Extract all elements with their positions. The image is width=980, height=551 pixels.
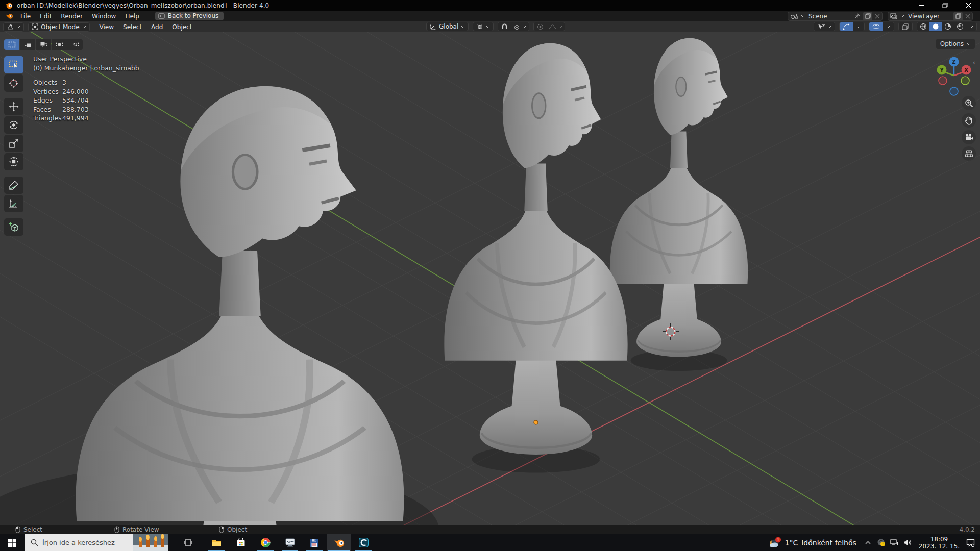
start-button[interactable] bbox=[0, 534, 24, 551]
taskbar-app-blender[interactable] bbox=[327, 534, 351, 551]
show-object-types-dropdown[interactable] bbox=[814, 22, 835, 31]
mode-dropdown[interactable]: Object Mode bbox=[28, 22, 90, 32]
remove-viewlayer-icon[interactable] bbox=[965, 14, 970, 19]
falloff-dropdown[interactable] bbox=[546, 22, 565, 31]
pan-view-button[interactable] bbox=[962, 113, 976, 128]
taskbar-weather[interactable]: 1 1°C Időnként felhős bbox=[763, 537, 862, 549]
close-button[interactable] bbox=[957, 0, 980, 11]
camera-view-button[interactable] bbox=[962, 130, 976, 144]
select-mode-intersect[interactable] bbox=[67, 39, 83, 50]
menu-bar: File Edit Render Window Help Back to Pre… bbox=[0, 11, 980, 21]
tool-cursor[interactable] bbox=[4, 74, 23, 92]
select-mode-set[interactable] bbox=[4, 39, 19, 50]
tray-network-icon[interactable] bbox=[888, 534, 901, 551]
taskbar-search-box[interactable] bbox=[24, 534, 168, 551]
menu-render[interactable]: Render bbox=[56, 12, 87, 21]
tool-scale[interactable] bbox=[4, 135, 23, 152]
taskbar-app-floppy[interactable] bbox=[302, 534, 327, 551]
tray-show-hidden-icons[interactable] bbox=[862, 534, 875, 551]
teal-c-app-icon bbox=[359, 538, 369, 547]
new-viewlayer-button[interactable] bbox=[953, 12, 963, 20]
minimize-button[interactable] bbox=[910, 0, 933, 11]
shading-solid-button[interactable] bbox=[929, 22, 942, 31]
tool-measure[interactable] bbox=[4, 195, 23, 212]
menu-select[interactable]: Select bbox=[118, 22, 146, 32]
perspective-toggle-button[interactable] bbox=[962, 146, 976, 161]
ortho-grid-icon bbox=[965, 150, 973, 157]
taskbar-app-microsoft-store[interactable] bbox=[229, 534, 253, 551]
gizmo-axis-y-neg[interactable] bbox=[961, 77, 969, 85]
clock-time: 18:09 bbox=[919, 536, 960, 543]
new-scene-button[interactable] bbox=[863, 12, 872, 20]
chevron-down-icon bbox=[967, 43, 971, 45]
proportional-edit-icon bbox=[537, 23, 544, 30]
task-view-button[interactable] bbox=[176, 534, 200, 551]
show-gizmo-toggle[interactable] bbox=[840, 22, 853, 31]
menu-help[interactable]: Help bbox=[120, 12, 143, 21]
scene-selector[interactable]: Scene bbox=[788, 12, 883, 21]
show-overlays-toggle[interactable] bbox=[869, 22, 883, 31]
clock-date: 2023. 12. 15. bbox=[919, 543, 960, 550]
viewport-3d[interactable]: User Perspective (0) Munkahenger | orban… bbox=[0, 32, 980, 525]
middle-mouse-icon bbox=[114, 526, 119, 533]
back-to-previous-button[interactable]: Back to Previous bbox=[155, 12, 224, 20]
shading-material-button[interactable] bbox=[942, 22, 954, 31]
snap-toggle[interactable] bbox=[498, 22, 510, 31]
menu-object[interactable]: Object bbox=[167, 22, 197, 32]
bust-middle[interactable] bbox=[444, 43, 627, 473]
select-mode-subtract[interactable] bbox=[36, 39, 51, 50]
navigation-gizmo[interactable]: Z Y X bbox=[936, 54, 973, 100]
taskbar-app-chrome[interactable] bbox=[253, 534, 278, 551]
search-input[interactable] bbox=[42, 539, 124, 546]
overlays-dropdown[interactable] bbox=[883, 22, 894, 31]
search-daily-image[interactable] bbox=[133, 534, 168, 551]
viewlayer-selector[interactable]: ViewLayer bbox=[888, 12, 973, 21]
tool-annotate[interactable] bbox=[4, 177, 23, 194]
pivot-point-dropdown[interactable] bbox=[473, 22, 494, 31]
menu-add[interactable]: Add bbox=[146, 22, 167, 32]
options-button[interactable]: Options bbox=[936, 39, 975, 49]
snap-target-dropdown[interactable] bbox=[510, 22, 529, 31]
gizmo-axis-z-neg[interactable] bbox=[950, 87, 958, 95]
tool-move[interactable] bbox=[4, 98, 23, 115]
blender-app-menu-icon[interactable] bbox=[5, 13, 14, 19]
menu-view[interactable]: View bbox=[95, 22, 118, 32]
gizmo-axis-x-neg[interactable] bbox=[939, 77, 947, 85]
scene-icon bbox=[790, 13, 798, 19]
menu-edit[interactable]: Edit bbox=[35, 12, 56, 21]
shading-dropdown[interactable] bbox=[966, 22, 976, 31]
transform-orientation-dropdown[interactable]: Global bbox=[426, 22, 469, 31]
bust-left[interactable] bbox=[76, 86, 404, 525]
tray-alert-icon[interactable]: ! bbox=[875, 534, 888, 551]
menu-file[interactable]: File bbox=[16, 12, 35, 21]
pin-icon[interactable] bbox=[854, 13, 861, 19]
select-mode-extend[interactable] bbox=[20, 39, 35, 50]
tool-add-cube[interactable] bbox=[4, 218, 23, 236]
hint-rotate-view: Rotate View bbox=[114, 525, 159, 534]
taskbar-app-file-explorer[interactable] bbox=[204, 534, 229, 551]
menu-window[interactable]: Window bbox=[87, 12, 120, 21]
zoom-view-button[interactable] bbox=[962, 96, 976, 110]
tool-transform[interactable] bbox=[4, 153, 23, 170]
gizmo-z-label: Z bbox=[952, 59, 955, 65]
hint-select: Select bbox=[15, 525, 42, 534]
restore-button[interactable] bbox=[933, 0, 957, 11]
microsoft-store-icon bbox=[236, 538, 246, 547]
shading-wireframe-button[interactable] bbox=[917, 22, 929, 31]
unlink-scene-icon[interactable] bbox=[875, 14, 880, 19]
object-visibility-group bbox=[814, 22, 835, 31]
collapse-sidebar-arrow[interactable]: ‹ bbox=[973, 59, 975, 66]
taskbar-app-teal-c[interactable] bbox=[351, 534, 376, 551]
select-mode-invert[interactable] bbox=[52, 39, 67, 50]
shading-rendered-button[interactable] bbox=[954, 22, 966, 31]
taskbar-app-media-monitor[interactable] bbox=[278, 534, 302, 551]
tool-rotate[interactable] bbox=[4, 116, 23, 134]
tray-volume-icon[interactable] bbox=[901, 534, 915, 551]
taskbar-clock[interactable]: 18:09 2023. 12. 15. bbox=[915, 536, 964, 550]
action-center-button[interactable] bbox=[964, 534, 977, 551]
xray-toggle[interactable] bbox=[898, 22, 913, 31]
tool-select-box[interactable] bbox=[4, 56, 23, 73]
gizmo-dropdown[interactable] bbox=[853, 22, 864, 31]
proportional-edit-toggle[interactable] bbox=[534, 22, 546, 31]
editor-type-button[interactable] bbox=[3, 22, 24, 32]
